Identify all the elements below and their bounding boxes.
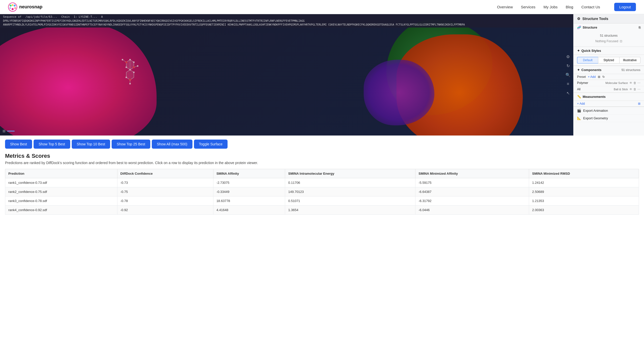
structure-tools-title: Structure Tools bbox=[582, 17, 608, 21]
comp-toolbar-refresh[interactable]: ↻ bbox=[602, 75, 605, 79]
export-animation-row[interactable]: 🎬 Export Animation bbox=[574, 107, 644, 115]
nav-services[interactable]: Services bbox=[521, 5, 535, 9]
nav-myjobs[interactable]: My Jobs bbox=[543, 5, 558, 9]
qs-illustrative-button[interactable]: Illustrative bbox=[620, 57, 640, 63]
comp-more-all[interactable]: ⋯ bbox=[637, 87, 640, 91]
col-affinity: SMINA Affinity bbox=[213, 169, 285, 178]
comp-row-polymer[interactable]: Polymer Molecular Surface 👁 🗑 ⋯ bbox=[574, 80, 644, 86]
measurements-add-label: + Add bbox=[577, 102, 585, 105]
svg-point-18 bbox=[126, 77, 127, 78]
sliders-icon[interactable]: ≡ bbox=[564, 80, 572, 87]
cell-min-affinity-0: -5.59175 bbox=[415, 178, 529, 187]
table-row[interactable]: rank3_confidence-0.78.sdf -0.78 18.63778… bbox=[5, 196, 639, 206]
refresh-icon[interactable]: ↻ bbox=[564, 62, 572, 69]
comp-eye-all[interactable]: 👁 bbox=[629, 87, 632, 91]
cell-min-rmsd-3: 2.00363 bbox=[529, 206, 639, 215]
right-panel: ⚙ Structure Tools 🧬 Structure ⎘ 51 struc… bbox=[573, 14, 644, 136]
settings-icon[interactable]: ⚙ bbox=[564, 53, 572, 60]
ligand-structure bbox=[114, 55, 146, 87]
mol-canvas[interactable] bbox=[0, 14, 573, 136]
table-head: Prediction DiffDock Confidence SMINA Aff… bbox=[5, 169, 639, 178]
svg-marker-8 bbox=[126, 70, 134, 80]
sequence-path: /api/job/file/63... bbox=[26, 15, 57, 18]
show-top-5-button[interactable]: Show Top 5 Best bbox=[34, 140, 70, 149]
viewer-side-toolbar: ⚙ ↻ 🔍 ≡ ↖ bbox=[563, 51, 573, 99]
logout-button[interactable]: Logout bbox=[614, 3, 636, 11]
mol-viewer[interactable]: ⊞ bbox=[0, 14, 573, 136]
components-section: ✦ Components 51 structures Preset + Add … bbox=[574, 66, 644, 93]
svg-point-1 bbox=[10, 5, 12, 7]
structure-section: 🧬 Structure ⎘ 51 structures Nothing Focu… bbox=[574, 24, 644, 47]
nothing-focused-text: Nothing Focused bbox=[595, 39, 618, 43]
measurements-add-button[interactable]: + Add ⊞ bbox=[574, 101, 644, 107]
cell-confidence-0: -0.73 bbox=[117, 178, 213, 187]
add-component-button[interactable]: + Add bbox=[588, 75, 596, 79]
svg-point-23 bbox=[137, 65, 138, 67]
navbar: neurosnap Overview Services My Jobs Blog… bbox=[0, 0, 644, 14]
structure-icon: 🧬 bbox=[577, 26, 581, 29]
table-row[interactable]: rank1_confidence-0.73.sdf -0.73 -2.73075… bbox=[5, 178, 639, 187]
metrics-description: Predictions are ranked by DiffDock's sco… bbox=[5, 161, 639, 165]
nav-overview[interactable]: Overview bbox=[497, 5, 513, 9]
grid-icon[interactable]: ⊞ bbox=[3, 129, 6, 133]
preset-label[interactable]: Preset bbox=[577, 75, 586, 79]
comp-more-polymer[interactable]: ⋯ bbox=[637, 81, 640, 85]
show-top-25-button[interactable]: Show Top 25 Best bbox=[112, 140, 150, 149]
cell-affinity-3: 4.41648 bbox=[213, 206, 285, 215]
cursor-icon[interactable]: ↖ bbox=[564, 89, 572, 97]
comp-del-all[interactable]: 🗑 bbox=[633, 87, 636, 91]
svg-point-3 bbox=[12, 8, 14, 10]
svg-point-5 bbox=[9, 7, 11, 9]
chain-letter: A bbox=[101, 15, 103, 18]
measurements-icon: 📏 bbox=[577, 95, 581, 99]
cell-affinity-1: -0.33449 bbox=[213, 187, 285, 196]
cell-prediction-3: rank4_confidence-0.92.sdf bbox=[5, 206, 117, 215]
cell-min-rmsd-1: 2.50689 bbox=[529, 187, 639, 196]
logo[interactable]: neurosnap bbox=[8, 3, 42, 12]
show-top-10-button[interactable]: Show Top 10 Best bbox=[72, 140, 110, 149]
chain-label: Chain bbox=[61, 15, 70, 18]
buttons-bar: Show Best Show Top 5 Best Show Top 10 Be… bbox=[0, 136, 644, 153]
cell-confidence-3: -0.92 bbox=[117, 206, 213, 215]
nav-blog[interactable]: Blog bbox=[566, 5, 573, 9]
show-best-button[interactable]: Show Best bbox=[5, 140, 32, 149]
comp-type-all: Ball & Stick bbox=[614, 88, 628, 91]
copy-icon[interactable]: ⎘ bbox=[639, 26, 640, 29]
comp-eye-polymer[interactable]: 👁 bbox=[629, 81, 632, 85]
comp-toolbar-sliders[interactable]: ⊞ bbox=[598, 75, 600, 79]
comp-del-polymer[interactable]: 🗑 bbox=[633, 81, 636, 85]
svg-point-4 bbox=[12, 4, 13, 6]
table-row[interactable]: rank2_confidence-0.75.sdf -0.75 -0.33449… bbox=[5, 187, 639, 196]
quick-styles-section: ✦ Quick Styles Default Stylized Illustra… bbox=[574, 47, 644, 66]
svg-point-6 bbox=[14, 7, 16, 9]
cell-confidence-1: -0.75 bbox=[117, 187, 213, 196]
blue-line bbox=[7, 131, 15, 131]
toggle-surface-button[interactable]: Toggle Surface bbox=[194, 140, 228, 149]
structure-count: 51 structures bbox=[577, 33, 640, 38]
cell-min-rmsd-0: 1.24142 bbox=[529, 178, 639, 187]
search-icon[interactable]: 🔍 bbox=[564, 71, 572, 78]
measurements-adjust-icon[interactable]: ⊞ bbox=[638, 102, 640, 105]
export-geometry-row[interactable]: 📐 Export Geometry bbox=[574, 115, 644, 122]
logo-icon bbox=[8, 3, 17, 12]
export-animation-label: Export Animation bbox=[583, 109, 608, 113]
blob-purple bbox=[364, 60, 434, 125]
qs-stylized-button[interactable]: Stylized bbox=[598, 57, 619, 63]
focus-icon[interactable]: ⊡ bbox=[620, 39, 622, 43]
comp-row-all[interactable]: All Ball & Stick 👁 🗑 ⋯ bbox=[574, 86, 644, 93]
viewer-container: Sequence of /api/job/file/63... Chain 1:… bbox=[0, 14, 644, 136]
show-all-button[interactable]: Show All (max 500) bbox=[152, 140, 192, 149]
table-row[interactable]: rank4_confidence-0.92.sdf -0.92 4.41648 … bbox=[5, 206, 639, 215]
quick-styles-buttons: Default Stylized Illustrative bbox=[574, 55, 644, 66]
chain-value: 1: LYSINE-T... bbox=[74, 15, 97, 18]
structure-section-header[interactable]: 🧬 Structure ⎘ bbox=[574, 24, 644, 31]
qs-default-button[interactable]: Default bbox=[577, 57, 598, 63]
col-prediction: Prediction bbox=[5, 169, 117, 178]
nav-contact[interactable]: Contact Us bbox=[581, 5, 600, 9]
viewer-bottom-toolbar: ⊞ bbox=[3, 129, 15, 133]
components-header: ✦ Components 51 structures bbox=[574, 66, 644, 74]
quick-styles-label: Quick Styles bbox=[581, 49, 601, 53]
cell-confidence-2: -0.78 bbox=[117, 196, 213, 206]
svg-point-2 bbox=[14, 5, 16, 7]
svg-point-16 bbox=[129, 69, 131, 71]
